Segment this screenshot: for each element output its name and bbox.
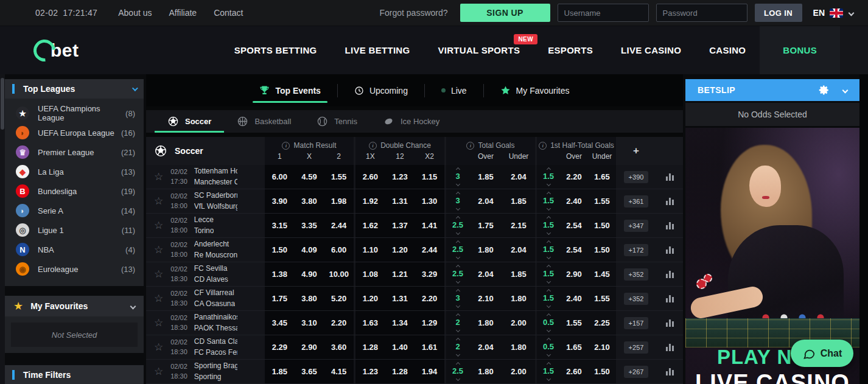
odd-12[interactable]: 1.37 (385, 221, 415, 230)
odd-over[interactable]: 2.10 (469, 294, 502, 303)
favourite-star-icon[interactable]: ☆ (154, 172, 163, 182)
odd-x[interactable]: 3.80 (295, 197, 324, 206)
odd-over[interactable]: 2.04 (469, 270, 502, 279)
odd-1[interactable]: 1.38 (265, 270, 295, 279)
match-info-cell[interactable]: ☆ 02/02 18:30 Panathinaikos PAOK Thessal… (146, 311, 237, 335)
odd-x2[interactable]: 2.20 (415, 294, 444, 303)
top-leagues-header[interactable]: Top Leagues (5, 79, 144, 99)
more-markets-button[interactable]: + (633, 145, 639, 157)
odd-x2[interactable]: 1.61 (415, 343, 444, 352)
statistics-icon[interactable] (665, 344, 674, 351)
odd-under[interactable]: 1.55 (588, 294, 616, 303)
odd-12[interactable]: 1.40 (385, 343, 415, 352)
odd-x[interactable]: 4.59 (295, 172, 324, 181)
favourite-star-icon[interactable]: ☆ (154, 318, 163, 328)
odd-over[interactable]: 1.75 (469, 221, 502, 230)
half-goals-line-selector[interactable]: 1.5 (537, 290, 560, 307)
odd-under[interactable]: 1.55 (588, 197, 616, 206)
odd-1x[interactable]: 2.60 (355, 172, 385, 181)
more-markets-count[interactable]: +352 (624, 268, 649, 281)
odd-under[interactable]: 1.65 (588, 172, 616, 181)
favourite-star-icon[interactable]: ☆ (154, 293, 163, 304)
odd-12[interactable]: 1.31 (385, 197, 415, 206)
statistics-icon[interactable] (665, 295, 674, 302)
odd-2[interactable]: 10.00 (324, 270, 354, 279)
sport-tab-basketball[interactable]: Basketball (224, 110, 304, 133)
odd-over[interactable]: 2.40 (560, 197, 588, 206)
half-goals-line-selector[interactable]: 0.5 (537, 314, 560, 331)
odd-1[interactable]: 1.50 (265, 245, 295, 254)
odd-over[interactable]: 2.04 (469, 197, 502, 206)
log-in-button[interactable]: LOG IN (755, 4, 802, 22)
sidebar-league-item[interactable]: ♛ Premier League (21) (5, 142, 144, 162)
total-goals-line-selector[interactable]: 2.5 (446, 363, 469, 380)
favourite-star-icon[interactable]: ☆ (154, 366, 163, 377)
nav-live-betting[interactable]: LIVE BETTING (331, 26, 424, 74)
odd-over[interactable]: 2.60 (560, 367, 588, 376)
total-goals-line-selector[interactable]: 2.5 (446, 241, 469, 258)
odd-1[interactable]: 3.15 (265, 221, 295, 230)
nav-casino[interactable]: CASINO (695, 26, 760, 74)
more-markets-count[interactable]: +347 (624, 220, 649, 232)
site-logo[interactable]: bet (33, 40, 79, 61)
language-selector[interactable]: EN (813, 8, 853, 18)
my-favourites-header[interactable]: ★ My Favourites (5, 296, 144, 316)
info-icon[interactable] (466, 142, 474, 150)
more-markets-count[interactable]: +172 (624, 244, 649, 256)
total-goals-line-selector[interactable]: 3 (446, 168, 469, 185)
odd-12[interactable]: 1.21 (385, 270, 415, 279)
odd-1[interactable]: 2.29 (265, 343, 295, 352)
statistics-icon[interactable] (665, 271, 674, 278)
sidebar-league-item[interactable]: B Bundesliga (19) (5, 181, 144, 201)
more-markets-count[interactable]: +361 (624, 195, 649, 208)
odd-under[interactable]: 2.00 (502, 318, 535, 327)
odd-over[interactable]: 1.80 (469, 367, 502, 376)
chat-button[interactable]: Chat (791, 340, 853, 367)
info-icon[interactable] (369, 142, 377, 150)
odd-1x[interactable]: 1.10 (355, 245, 385, 254)
odd-under[interactable]: 2.00 (502, 367, 535, 376)
odd-1[interactable]: 3.45 (265, 318, 295, 327)
match-info-cell[interactable]: ☆ 02/02 17:30 Tottenham Hotspur Manchest… (146, 165, 237, 189)
nav-virtual-sports[interactable]: VIRTUAL SPORTS NEW (424, 26, 534, 74)
odd-12[interactable]: 1.20 (385, 245, 415, 254)
more-markets-count[interactable]: +257 (624, 341, 649, 354)
statistics-icon[interactable] (665, 198, 674, 205)
odd-under[interactable]: 1.50 (588, 221, 616, 230)
odd-1x[interactable]: 1.08 (355, 270, 385, 279)
sidebar-scrollbar[interactable] (0, 74, 5, 384)
username-input[interactable] (558, 4, 649, 22)
odd-2[interactable]: 1.55 (324, 172, 354, 181)
half-goals-line-selector[interactable]: 1.5 (537, 363, 560, 380)
odd-2[interactable]: 4.15 (324, 367, 354, 376)
statistics-icon[interactable] (665, 222, 674, 229)
odd-over[interactable]: 1.80 (469, 318, 502, 327)
more-markets-count[interactable]: +390 (624, 171, 649, 183)
tab-top-events[interactable]: Top Events (243, 74, 337, 106)
sidebar-league-item[interactable]: ◉ Euroleague (13) (5, 259, 144, 279)
odd-x[interactable]: 3.65 (295, 367, 324, 376)
odd-12[interactable]: 1.34 (385, 318, 415, 327)
odd-2[interactable]: 5.20 (324, 294, 354, 303)
more-markets-count[interactable]: +267 (624, 366, 649, 378)
favourite-star-icon[interactable]: ☆ (154, 269, 163, 279)
odd-under[interactable]: 1.80 (502, 294, 535, 303)
odd-x[interactable]: 3.80 (295, 294, 324, 303)
nav-esports[interactable]: ESPORTS (534, 26, 607, 74)
odd-under[interactable]: 2.15 (502, 221, 535, 230)
odd-1x[interactable]: 1.92 (355, 197, 385, 206)
sidebar-league-item[interactable]: ◗ Serie A (14) (5, 201, 144, 220)
sidebar-league-item[interactable]: ◆ La Liga (13) (5, 162, 144, 181)
odd-under[interactable]: 2.10 (588, 343, 616, 352)
favourite-star-icon[interactable]: ☆ (154, 342, 163, 352)
statistics-icon[interactable] (665, 319, 674, 327)
odd-2[interactable]: 1.98 (324, 197, 354, 206)
statistics-icon[interactable] (665, 368, 674, 375)
odd-x2[interactable]: 1.41 (415, 221, 444, 230)
odd-over[interactable]: 2.04 (469, 343, 502, 352)
odd-x[interactable]: 4.90 (295, 270, 324, 279)
about-us-link[interactable]: About us (118, 8, 152, 18)
odd-1[interactable]: 1.85 (265, 367, 295, 376)
odd-1[interactable]: 6.00 (265, 172, 295, 181)
info-icon[interactable] (539, 142, 547, 150)
